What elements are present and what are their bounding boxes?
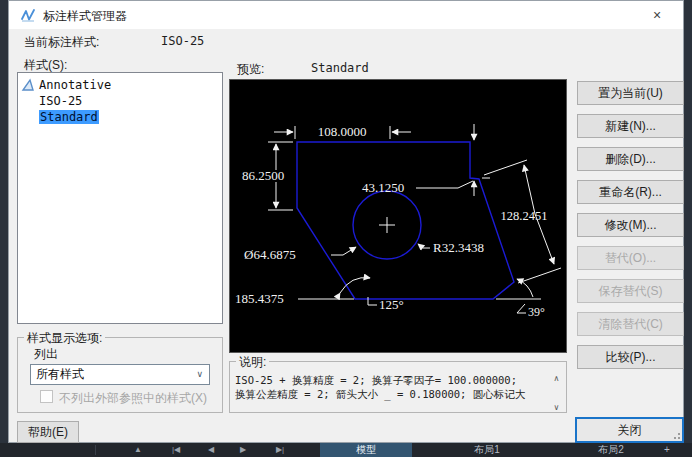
list-item-iso25[interactable]: ISO-25 (18, 93, 222, 109)
preview-drawing: 108.0000 86.2500 43.1250 128.2451 Ø64.68… (230, 80, 566, 352)
add-layout-tab[interactable]: + (652, 443, 682, 457)
list-item-annotative[interactable]: Annotative (18, 77, 222, 93)
resize-grip[interactable] (671, 430, 681, 440)
style-name: Annotative (39, 78, 111, 92)
dim-diameter: Ø64.6875 (244, 247, 296, 262)
preview-style-value: Standard (311, 61, 369, 75)
close-dialog-button[interactable]: 关闭 (575, 417, 684, 443)
first-tab-icon[interactable]: |◀ (166, 443, 186, 457)
scroll-down-icon[interactable]: ∨ (550, 403, 563, 412)
center-mark-icon (379, 217, 395, 233)
dim-step: 43.1250 (362, 180, 404, 195)
dialog-title: 标注样式管理器 (43, 8, 127, 25)
dimension-style-manager-dialog: 标注样式管理器 × 当前标注样式: ISO-25 样式(S): Annotati… (8, 0, 684, 443)
list-item-standard[interactable]: Standard (18, 109, 222, 125)
set-current-button[interactable]: 置为当前(U) (577, 81, 684, 105)
home-icon[interactable]: ▲ (130, 443, 146, 457)
selected-style-name: Standard (39, 110, 99, 124)
taskbar-divider (95, 445, 96, 455)
style-display-options-group: 样式显示选项: 列出 所有样式 ∨ 不列出外部参照中的样式(X) (17, 337, 223, 413)
preview-label: 预览: (237, 61, 264, 78)
prev-tab-icon[interactable]: ◀ (204, 443, 218, 457)
dim-bottom: 185.4375 (235, 291, 284, 306)
annotative-icon (21, 78, 35, 92)
description-line: ISO-25 + 换算精度 = 2; 换算子零因子= 100.000000; (235, 373, 547, 387)
description-line: 换算公差精度 = 2; 箭头大小 _ = 0.180000; 圆心标记大 (235, 387, 547, 401)
delete-button[interactable]: 删除(D)... (577, 147, 684, 171)
screen: ▲ |◀ ◀ ▶ ▶| 模型 布局1 布局2 + 标注样式管理器 × 当前标注样… (0, 0, 692, 457)
style-name: ISO-25 (39, 94, 82, 108)
description-scrollbar[interactable]: ∧ ∨ (550, 374, 563, 412)
modify-button[interactable]: 修改(M)... (577, 213, 684, 237)
dim-left: 86.2500 (242, 168, 284, 183)
app-background-right (684, 0, 692, 457)
xref-checkbox-label: 不列出外部参照中的样式(X) (59, 390, 207, 407)
description-text: ISO-25 + 换算精度 = 2; 换算子零因子= 100.000000; 换… (235, 373, 547, 401)
part-outline (297, 142, 514, 299)
xref-checkbox (40, 390, 53, 403)
tab-model[interactable]: 模型 (320, 443, 412, 457)
chevron-down-icon: ∨ (196, 365, 203, 384)
dimension-texts: 108.0000 86.2500 43.1250 128.2451 Ø64.68… (235, 124, 547, 319)
description-group: 说明: ISO-25 + 换算精度 = 2; 换算子零因子= 100.00000… (229, 361, 567, 413)
list-filter-dropdown[interactable]: 所有样式 ∨ (30, 364, 210, 385)
current-style-label: 当前标注样式: (24, 34, 99, 51)
dim-aligned: 128.2451 (501, 209, 548, 223)
rename-button[interactable]: 重命名(R)... (577, 180, 684, 204)
save-override-button: 保存替代(S) (577, 279, 684, 303)
list-label: 列出 (34, 346, 58, 363)
dialog-titlebar[interactable]: 标注样式管理器 × (9, 1, 683, 29)
dim-top: 108.0000 (318, 124, 367, 139)
compare-button[interactable]: 比较(P)... (577, 345, 684, 369)
dimension-style-icon (21, 8, 36, 23)
styles-listbox[interactable]: Annotative ISO-25 Standard (17, 72, 223, 324)
scroll-up-icon[interactable]: ∧ (550, 374, 563, 383)
dim-angle-left: 125° (379, 297, 404, 312)
description-legend: 说明: (236, 354, 269, 371)
current-style-value: ISO-25 (161, 34, 204, 48)
new-button[interactable]: 新建(N)... (577, 114, 684, 138)
last-tab-icon[interactable]: ▶| (270, 443, 290, 457)
dim-radius: R32.3438 (433, 240, 484, 255)
layout-tab-bar: ▲ |◀ ◀ ▶ ▶| 模型 布局1 布局2 + (0, 443, 692, 457)
clear-override-button: 清除替代(C) (577, 312, 684, 336)
dimension-preview: 108.0000 86.2500 43.1250 128.2451 Ø64.68… (229, 79, 567, 353)
app-background-left (0, 0, 8, 457)
list-filter-value: 所有样式 (36, 367, 84, 381)
override-button: 替代(O)... (577, 246, 684, 270)
help-button[interactable]: 帮助(E) (17, 421, 79, 443)
close-icon[interactable]: × (639, 1, 675, 29)
style-display-options-legend: 样式显示选项: (24, 330, 105, 347)
next-tab-icon[interactable]: ▶ (236, 443, 250, 457)
tab-layout2[interactable]: 布局2 (576, 443, 646, 457)
tab-layout1[interactable]: 布局1 (448, 443, 526, 457)
dim-angle-right: 39° (528, 305, 545, 319)
